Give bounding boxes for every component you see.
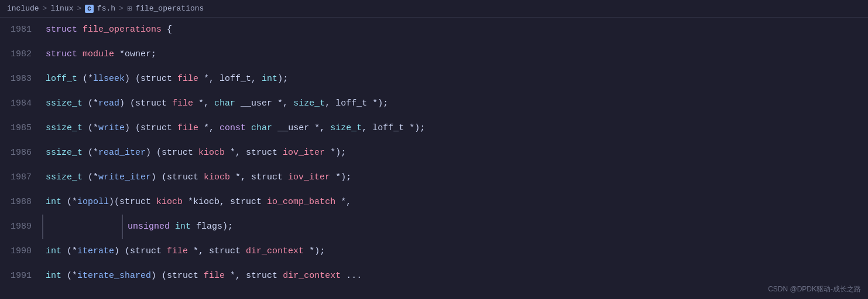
code-line-1985: 1985 ssize_t (*write) (struct file *, co… — [0, 116, 868, 141]
line-number-1991: 1991 — [0, 264, 41, 288]
code-line-1986: 1986 ssize_t (*read_iter) (struct kiocb … — [0, 141, 868, 165]
breadcrumb-linux[interactable]: linux — [50, 4, 73, 13]
code-content-1989: unsigned int flags); — [123, 215, 868, 239]
code-content-1991: int (*iterate_shared) (struct file *, st… — [41, 264, 868, 288]
code-content-1988: int (*iopoll)(struct kiocb *kiocb, struc… — [41, 190, 868, 215]
breadcrumb: include > linux > C fs.h > ⊞ file_operat… — [0, 0, 868, 18]
line-number-1984: 1984 — [0, 91, 41, 116]
breadcrumb-file-operations[interactable]: file_operations — [135, 4, 204, 13]
breadcrumb-sep-2: > — [77, 4, 81, 13]
code-content-1983: loff_t (*llseek) (struct file *, loff_t,… — [41, 67, 868, 91]
code-content-1985: ssize_t (*write) (struct file *, const c… — [41, 116, 868, 141]
breadcrumb-fsh[interactable]: fs.h — [97, 4, 115, 13]
line-number-1990: 1990 — [0, 239, 41, 264]
code-line-1991: 1991 int (*iterate_shared) (struct file … — [0, 264, 868, 288]
line-number-1989: 1989 — [0, 215, 41, 239]
code-content-1981: struct file_operations { — [41, 18, 868, 42]
line-number-1986: 1986 — [0, 141, 41, 165]
line-number-1987: 1987 — [0, 165, 41, 190]
code-content-1990: int (*iterate) (struct file *, struct di… — [41, 239, 868, 264]
code-content-1982: struct module *owner; — [41, 42, 868, 67]
watermark-text: CSDN @DPDK驱动-成长之路 — [768, 284, 861, 294]
code-content-1987: ssize_t (*write_iter) (struct kiocb *, s… — [41, 165, 868, 190]
line-number-1983: 1983 — [0, 67, 41, 91]
code-line-1984: 1984 ssize_t (*read) (struct file *, cha… — [0, 91, 868, 116]
code-content-1986: ssize_t (*read_iter) (struct kiocb *, st… — [41, 141, 868, 165]
code-view: 1981struct file_operations {1982 struct … — [0, 18, 868, 298]
line-number-1985: 1985 — [0, 116, 41, 141]
code-line-1987: 1987 ssize_t (*write_iter) (struct kiocb… — [0, 165, 868, 190]
line-number-1988: 1988 — [0, 190, 41, 215]
line-number-1982: 1982 — [0, 42, 41, 67]
code-line-1988: 1988 int (*iopoll)(struct kiocb *kiocb, … — [0, 190, 868, 215]
code-line-1981: 1981struct file_operations { — [0, 18, 868, 42]
breadcrumb-sep-3: > — [119, 4, 123, 13]
c-language-icon: C — [85, 5, 94, 13]
breadcrumb-struct-icon: ⊞ — [127, 4, 132, 13]
code-line-1983: 1983 loff_t (*llseek) (struct file *, lo… — [0, 67, 868, 91]
code-content-1984: ssize_t (*read) (struct file *, char __u… — [41, 91, 868, 116]
code-line-1989: 1989 unsigned int flags); — [0, 215, 868, 239]
code-line-1990: 1990 int (*iterate) (struct file *, stru… — [0, 239, 868, 264]
breadcrumb-sep-1: > — [43, 4, 47, 13]
breadcrumb-include[interactable]: include — [7, 4, 39, 13]
line-number-1981: 1981 — [0, 18, 41, 42]
code-line-1982: 1982 struct module *owner; — [0, 42, 868, 67]
